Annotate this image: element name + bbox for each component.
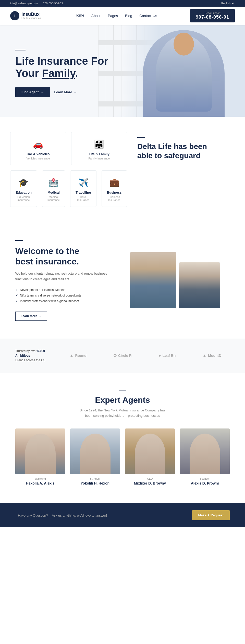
agent-photo-3: [125, 428, 175, 474]
car-icon: 🚗: [16, 139, 61, 149]
nav-pages[interactable]: Pages: [108, 14, 118, 18]
service-sub-business: Business Insurance: [107, 195, 122, 202]
welcome-learn-more-button[interactable]: Learn More →: [15, 312, 47, 321]
business-icon: 💼: [107, 178, 122, 187]
brands-label: Trusted by over 6.000 Ambitious Brands A…: [15, 349, 51, 363]
service-title-car: Car & Vehicles: [16, 152, 61, 156]
cta-footer: Have any Question? Ask us anything, we'd…: [0, 503, 245, 527]
service-card-medical[interactable]: 🏥 Medical Medical Insurance: [42, 170, 65, 207]
header: I InsuBux Life Insurance co. Home About …: [0, 7, 245, 25]
top-bar-phone: 789-098-986-89: [43, 2, 63, 5]
make-request-button[interactable]: Make A Request: [192, 510, 230, 520]
service-card-education[interactable]: 🎓 Education Education Insurance: [10, 170, 37, 207]
welcome-image-main: [130, 252, 176, 308]
nav-home[interactable]: Home: [75, 13, 84, 18]
welcome-person-1: [130, 252, 176, 308]
welcome-list-item: ✓ Development of Financial Models: [15, 287, 115, 293]
support-number: 907-08-056-01: [196, 15, 229, 20]
welcome-title: Welcome to the best insurance.: [15, 246, 115, 267]
nav-blog[interactable]: Blog: [125, 14, 132, 18]
nav-contact[interactable]: Contact Us: [139, 14, 157, 18]
welcome-image-secondary: [179, 262, 220, 308]
services-heading: Delta Life has been able to safeguard: [137, 142, 235, 160]
cta-question: Have any Question?: [18, 514, 48, 517]
agent-silhouette-1: [25, 434, 56, 474]
service-sub-medical: Medical Insurance: [47, 195, 60, 202]
top-bar-left: info@webxample.com 789-098-986-89: [10, 2, 63, 5]
agents-desc: Since 1994, the New York Mutual Insuranc…: [77, 408, 168, 419]
check-icon-3: ✓: [15, 299, 18, 303]
brands-label-post: Brands Across the US: [15, 358, 45, 362]
service-sub-education: Education Insurance: [16, 195, 32, 202]
language-select[interactable]: English: [220, 2, 235, 5]
welcome-list: ✓ Development of Financial Models ✓ Nift…: [15, 287, 115, 304]
services-accent: [137, 137, 145, 138]
services-layout: 🚗 Car & Vehicles Vehicles Insurance 👨‍👩‍…: [10, 132, 235, 207]
arrow-icon: →: [41, 90, 44, 94]
brand-mountd: ▲ MountD: [202, 353, 221, 358]
services-text: Delta Life has been able to safeguard: [137, 132, 235, 160]
welcome-right: [130, 252, 230, 308]
service-title-business: Business: [107, 191, 122, 194]
welcome-left: Welcome to the best insurance. We help o…: [15, 240, 115, 321]
cta-text-block: Have any Question? Ask us anything, we'd…: [15, 513, 107, 518]
agent-name-2: Yokolili H. Hexon: [70, 481, 120, 485]
main-nav: Home About Pages Blog Contact Us: [75, 13, 157, 18]
support-block: Get A Support 907-08-056-01: [190, 9, 235, 22]
agents-title: Expert Agents: [15, 395, 230, 405]
welcome-desc: We help our clients reimagine, restructu…: [15, 271, 115, 282]
services-cards: 🚗 Car & Vehicles Vehicles Insurance 👨‍👩‍…: [10, 132, 127, 207]
logo-sub: Life Insurance co.: [21, 17, 42, 20]
agents-accent: [119, 391, 126, 391]
top-bar: info@webxample.com 789-098-986-89 Englis…: [0, 0, 245, 7]
round-icon: ▲: [70, 353, 74, 358]
brand-round: ▲ Round: [70, 353, 87, 358]
agent-role-3: CEO: [125, 477, 175, 480]
mountd-icon: ▲: [202, 353, 206, 358]
find-agent-button[interactable]: Find Agent →: [15, 87, 50, 97]
learn-more-button[interactable]: Learn More →: [54, 90, 77, 94]
check-icon-2: ✓: [15, 294, 18, 297]
agent-name-4: Alexis D. Prowni: [180, 481, 230, 485]
agent-card-2: Sr. Agent Yokolili H. Hexon: [70, 428, 120, 485]
service-sub-family: Family Insurance: [77, 157, 122, 160]
services-section: 🚗 Car & Vehicles Vehicles Insurance 👨‍👩‍…: [0, 117, 245, 222]
brand-circle-r: ⊙ Circle R: [113, 353, 132, 358]
services-bottom-row: 🎓 Education Education Insurance 🏥 Medica…: [10, 170, 127, 207]
service-title-travel: Travelling: [76, 191, 91, 194]
service-card-car[interactable]: 🚗 Car & Vehicles Vehicles Insurance: [10, 132, 66, 165]
top-bar-email: info@webxample.com: [10, 2, 38, 5]
service-sub-travel: Travel Insurance: [76, 195, 91, 202]
leafbn-icon: ●: [158, 353, 161, 358]
service-title-family: Life & Family: [77, 152, 122, 156]
service-card-travel[interactable]: ✈️ Travelling Travel Insurance: [70, 170, 96, 207]
agent-card-4: Founder Alexis D. Prowni: [180, 428, 230, 485]
service-card-family[interactable]: 👨‍👩‍👧 Life & Family Family Insurance: [71, 132, 127, 165]
hero-buttons: Find Agent → Learn More →: [15, 87, 235, 97]
welcome-list-item: ✓ Nifty team is a diverse network of con…: [15, 293, 115, 298]
agent-card-3: CEO Mixlixer D. Browny: [125, 428, 175, 485]
agent-photo-1: [15, 428, 65, 474]
agents-section: Expert Agents Since 1994, the New York M…: [0, 373, 245, 503]
circler-icon: ⊙: [113, 353, 117, 358]
service-card-business[interactable]: 💼 Business Business Insurance: [102, 170, 127, 207]
agent-photo-4: [180, 428, 230, 474]
service-title-education: Education: [16, 191, 32, 194]
brands-label-pre: Trusted by over: [15, 349, 37, 353]
agent-role-4: Founder: [180, 477, 230, 480]
nav-about[interactable]: About: [91, 14, 101, 18]
welcome-accent: [15, 240, 23, 241]
agent-silhouette-2: [80, 434, 111, 474]
top-bar-right: English: [220, 2, 235, 5]
agent-name-3: Mixlixer D. Browny: [125, 481, 175, 485]
agents-grid: Marketing Hexolia A. Alexis Sr. Agent Yo…: [15, 428, 230, 485]
agent-silhouette-4: [190, 434, 220, 474]
welcome-person-2: [179, 262, 220, 308]
cta-sub: Ask us anything, we'd love to answer!: [52, 514, 107, 517]
brand-leaf-bn: ● Leaf Bn: [158, 353, 176, 358]
arrow-icon: →: [74, 90, 77, 94]
services-top-row: 🚗 Car & Vehicles Vehicles Insurance 👨‍👩‍…: [10, 132, 127, 165]
agent-name-1: Hexolia A. Alexis: [15, 481, 65, 485]
service-sub-car: Vehicles Insurance: [16, 157, 61, 160]
check-icon-1: ✓: [15, 288, 18, 292]
